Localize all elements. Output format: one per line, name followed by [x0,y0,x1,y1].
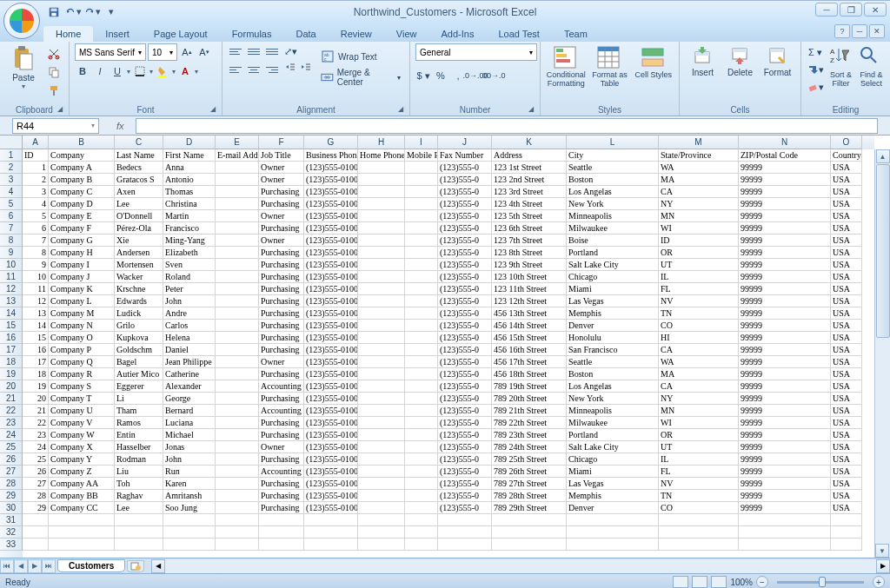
save-icon[interactable] [45,3,63,21]
data-cell[interactable]: Jonas [163,441,216,453]
data-cell[interactable]: Company E [49,210,115,222]
row-header-33[interactable]: 33 [0,538,23,551]
fill-button[interactable]: ▾ [807,61,824,78]
font-color-button[interactable]: A [177,63,193,79]
data-cell[interactable]: (123)555-0 [438,453,492,466]
data-cell[interactable]: 7 [23,235,49,247]
data-cell[interactable]: Bernard [163,405,216,417]
data-cell[interactable]: Accounting [259,466,304,478]
row-header-14[interactable]: 14 [0,307,23,320]
number-dialog-launcher[interactable]: ◢ [528,105,537,114]
font-size-combo[interactable]: 10▾ [148,43,177,61]
data-cell[interactable] [216,478,259,490]
sort-filter-button[interactable]: AZ Sort & Filter [827,43,854,96]
col-header-F[interactable]: F [259,135,304,149]
row-header-18[interactable]: 18 [0,356,23,368]
data-cell[interactable]: 23 [23,429,49,441]
header-cell[interactable]: Job Title [259,149,304,162]
data-cell[interactable]: Company Q [49,356,115,368]
sheet-nav-next[interactable]: ▶ [28,559,42,573]
data-cell[interactable]: (123)555-0 [438,307,492,320]
data-cell[interactable] [216,271,259,283]
data-cell[interactable]: MA [659,174,739,186]
data-cell[interactable]: USA [831,368,862,380]
font-name-combo[interactable]: MS Sans Serif▾ [75,43,146,61]
data-cell[interactable]: Andersen [115,247,163,259]
data-cell[interactable]: Andre [163,307,216,320]
data-cell[interactable]: 2 [23,174,49,186]
data-cell[interactable]: Tham [115,405,163,417]
data-cell[interactable] [358,332,405,344]
data-cell[interactable]: Ludick [115,307,163,320]
data-cell[interactable]: TN [659,307,739,320]
decrease-decimal-button[interactable]: .00→.0 [485,68,501,83]
align-right-button[interactable] [264,62,280,77]
data-cell[interactable]: Peter [163,283,216,295]
data-cell[interactable]: CA [659,344,739,356]
empty-cell[interactable] [23,526,49,538]
data-cell[interactable]: Salt Lake City [567,441,659,453]
row-header-4[interactable]: 4 [0,186,23,198]
data-cell[interactable]: 8 [23,247,49,259]
row-header-16[interactable]: 16 [0,332,23,344]
data-cell[interactable] [405,478,438,490]
data-cell[interactable]: 99999 [739,186,831,198]
zoom-slider[interactable] [777,581,864,584]
empty-cell[interactable] [567,538,659,551]
header-cell[interactable]: Fax Number [438,149,492,162]
empty-cell[interactable] [739,526,831,538]
data-cell[interactable]: Jean Philippe [163,356,216,368]
data-cell[interactable]: USA [831,198,862,210]
data-cell[interactable]: (123)555-0100 [304,502,358,514]
data-cell[interactable]: 12 [23,295,49,307]
cell-styles-button[interactable]: Cell Styles [634,43,674,89]
data-cell[interactable] [358,210,405,222]
data-cell[interactable]: Purchasing [259,295,304,307]
data-cell[interactable]: (123)555-0 [438,271,492,283]
data-cell[interactable]: Company N [49,320,115,332]
data-cell[interactable]: NY [659,198,739,210]
empty-cell[interactable] [358,538,405,551]
data-cell[interactable]: (123)555-0 [438,344,492,356]
data-cell[interactable]: (123)555-0 [438,283,492,295]
row-header-31[interactable]: 31 [0,514,23,526]
empty-cell[interactable] [739,538,831,551]
data-cell[interactable]: Company AA [49,478,115,490]
data-cell[interactable]: Chicago [567,453,659,466]
data-cell[interactable] [405,417,438,429]
tab-load-test[interactable]: Load Test [486,26,552,42]
tab-home[interactable]: Home [43,26,93,42]
data-cell[interactable]: 99999 [739,283,831,295]
row-header-20[interactable]: 20 [0,380,23,393]
data-cell[interactable]: 28 [23,490,49,502]
data-cell[interactable]: Honolulu [567,332,659,344]
data-cell[interactable]: USA [831,380,862,393]
row-header-24[interactable]: 24 [0,429,23,441]
header-cell[interactable]: E-mail Address [216,149,259,162]
data-cell[interactable]: Portland [567,429,659,441]
data-cell[interactable]: Company B [49,174,115,186]
data-cell[interactable] [216,222,259,235]
data-cell[interactable]: Owner [259,162,304,174]
data-cell[interactable]: Chicago [567,271,659,283]
clear-button[interactable]: ▾ [807,78,824,96]
data-cell[interactable] [216,210,259,222]
data-cell[interactable]: Company S [49,380,115,393]
data-cell[interactable]: 10 [23,271,49,283]
empty-cell[interactable] [659,526,739,538]
vertical-scrollbar[interactable]: ▲ ▼ [874,149,890,558]
row-header-10[interactable]: 10 [0,259,23,271]
data-cell[interactable]: (123)555-0100 [304,247,358,259]
scroll-left-button[interactable]: ◀ [151,559,165,573]
data-cell[interactable]: 25 [23,453,49,466]
data-cell[interactable]: Purchasing [259,332,304,344]
data-cell[interactable]: Minneapolis [567,210,659,222]
data-cell[interactable]: Ramos [115,417,163,429]
data-cell[interactable]: USA [831,393,862,405]
data-cell[interactable]: 99999 [739,393,831,405]
data-cell[interactable] [216,174,259,186]
data-cell[interactable]: 99999 [739,210,831,222]
data-cell[interactable]: (123)555-0 [438,368,492,380]
data-cell[interactable]: USA [831,174,862,186]
data-cell[interactable]: 456 14th Street [492,320,567,332]
